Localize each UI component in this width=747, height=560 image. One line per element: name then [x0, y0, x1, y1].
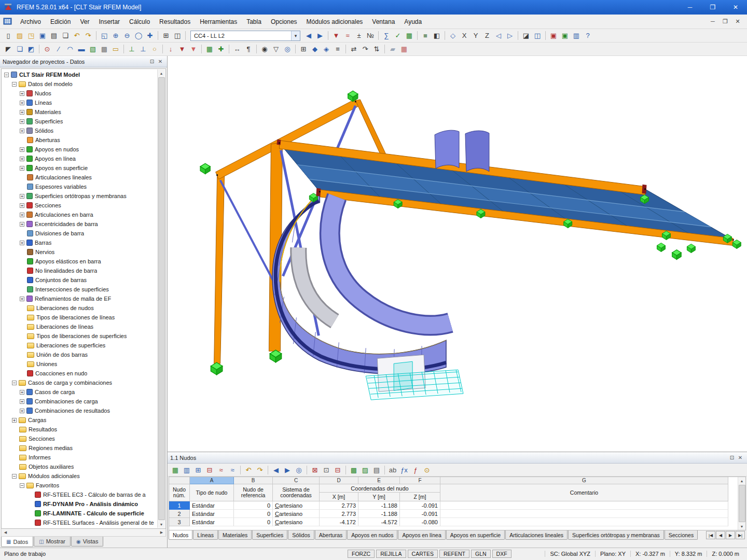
new-member-load-icon[interactable]: ▼: [176, 44, 188, 54]
coord-y-cell[interactable]: -4.572: [358, 518, 400, 526]
mdi-restore-button[interactable]: ❐: [719, 18, 731, 25]
menu-opciones[interactable]: Opciones: [266, 16, 302, 27]
tree-expand-toggle[interactable]: +: [20, 409, 24, 413]
comment-cell[interactable]: [440, 510, 728, 518]
tree-expand-toggle[interactable]: +: [20, 203, 24, 208]
tree-item-materiales[interactable]: +Materiales: [3, 107, 157, 117]
node-type-cell[interactable]: Estándar: [190, 510, 234, 518]
mdi-minimize-button[interactable]: ─: [707, 18, 719, 25]
table-row[interactable]: 2Estándar0Cartesiano2.773-1.188-0.091: [169, 510, 745, 518]
zoom-window-icon[interactable]: ◱: [99, 30, 110, 41]
tree-item-módulos-adicionales[interactable]: −Módulos adicionales: [3, 471, 157, 481]
show-loads-icon[interactable]: ▼: [330, 30, 342, 41]
select-window-icon[interactable]: ❏: [14, 44, 25, 54]
tree-item-informes[interactable]: Informes: [3, 453, 157, 462]
coord-system-cell[interactable]: Cartesiano: [273, 510, 320, 518]
table-row[interactable]: 1Estándar0Cartesiano2.773-1.188-0.091: [169, 501, 745, 510]
help-icon[interactable]: ?: [582, 30, 593, 41]
rotate-icon[interactable]: ↷: [359, 44, 371, 54]
next-load-case-icon[interactable]: ▶: [314, 30, 326, 41]
open-icon[interactable]: ▨: [14, 30, 25, 41]
show-navigator-icon[interactable]: ◫: [172, 30, 183, 41]
coord-x-cell[interactable]: 2.773: [320, 510, 358, 518]
menu-tabla[interactable]: Tabla: [242, 16, 266, 27]
tree-item-no-linealidades-de-barra[interactable]: No linealidades de barra: [3, 266, 157, 275]
new-solid-icon[interactable]: ▩: [99, 44, 110, 54]
ref-node-cell[interactable]: 0: [234, 518, 273, 526]
row-number-cell[interactable]: 2: [169, 510, 190, 518]
scroll-right-icon[interactable]: ▶: [158, 529, 165, 536]
sync-selection-icon[interactable]: ◎: [293, 465, 305, 475]
mirror-icon[interactable]: ⇅: [371, 44, 382, 54]
comment-cell[interactable]: [440, 501, 728, 510]
tree-item-clt-stair-rfem-model[interactable]: −CLT Stair RFEM Model: [3, 70, 157, 79]
menu-cálculo[interactable]: Cálculo: [125, 16, 155, 27]
visibility-by-window-icon[interactable]: ◉: [259, 44, 270, 54]
next-view-icon[interactable]: ▷: [504, 30, 516, 41]
tree-item-unión-de-dos-barras[interactable]: Unión de dos barras: [3, 350, 157, 359]
display-properties-icon[interactable]: ◧: [431, 30, 442, 41]
tree-item-objetos-auxiliares[interactable]: Objetos auxiliares: [3, 462, 157, 471]
work-plane-icon[interactable]: ⊞: [298, 44, 309, 54]
close-icon[interactable]: ✕: [736, 455, 744, 460]
jump-next-icon[interactable]: ▶: [282, 465, 293, 475]
table-edit-mode-icon[interactable]: ▦: [170, 465, 181, 475]
tree-item-intersecciones-de-superficies[interactable]: Intersecciones de superficies: [3, 285, 157, 294]
tree-item-liberaciones-de-líneas[interactable]: Liberaciones de líneas: [3, 322, 157, 331]
first-table-icon[interactable]: |◀: [706, 531, 715, 539]
tree-item-rf-laminate-cálculo-de-superficie[interactable]: RF-LAMINATE - Cálculo de superficie: [3, 509, 157, 518]
new-nodal-support-icon[interactable]: ⊥: [126, 44, 137, 54]
coord-system-cell[interactable]: Cartesiano: [273, 501, 320, 510]
tree-item-cargas[interactable]: +Cargas: [3, 415, 157, 425]
tree-vertical-scrollbar[interactable]: ▲▼: [157, 69, 165, 528]
tree-item-tipos-de-liberaciones-de-líneas[interactable]: Tipos de liberaciones de líneas: [3, 313, 157, 322]
show-tables-icon[interactable]: ⊞: [160, 30, 172, 41]
calculation-icon[interactable]: ∑: [381, 30, 392, 41]
generate-mesh-icon[interactable]: ▦: [404, 30, 415, 41]
new-member-icon[interactable]: ▬: [76, 44, 87, 54]
menu-herramientas[interactable]: Herramientas: [195, 16, 242, 27]
ref-node-cell[interactable]: 0: [234, 510, 273, 518]
tree-item-uniones[interactable]: Uniones: [3, 359, 157, 369]
jump-previous-icon[interactable]: ◀: [270, 465, 282, 475]
tree-item-apoyos-en-línea[interactable]: +Apoyos en línea: [3, 154, 157, 163]
menu-resultados[interactable]: Resultados: [155, 16, 195, 27]
tree-expand-toggle[interactable]: +: [20, 147, 24, 152]
pin-icon[interactable]: ⊡: [148, 59, 156, 64]
new-line-icon[interactable]: ∕: [53, 44, 64, 54]
menu-edición[interactable]: Edición: [46, 16, 75, 27]
tree-item-secciones[interactable]: +Secciones: [3, 201, 157, 210]
table-tab-nudos[interactable]: Nudos: [169, 530, 192, 540]
tree-item-nervios[interactable]: Nervios: [3, 247, 157, 257]
table-row[interactable]: 3Estándar0Cartesiano-4.172-4.572-0.080: [169, 518, 745, 526]
open-project-icon[interactable]: ◳: [25, 30, 37, 41]
check-data-icon[interactable]: ✓: [392, 30, 404, 41]
tree-expand-toggle[interactable]: −: [20, 483, 24, 488]
status-button-dxf[interactable]: DXF: [492, 550, 511, 558]
tree-item-aberturas[interactable]: Aberturas: [3, 135, 157, 145]
scroll-up-icon[interactable]: ▲: [738, 477, 746, 484]
comment-cell[interactable]: [440, 518, 728, 526]
export-excel-icon[interactable]: ▩: [348, 465, 359, 475]
filter-diagram-icon[interactable]: ≈: [227, 465, 238, 475]
redo-icon[interactable]: ↷: [254, 465, 266, 475]
node-type-cell[interactable]: Estándar: [190, 501, 234, 510]
formula-fx-icon[interactable]: ƒx: [398, 465, 410, 475]
tree-item-articulaciones-lineales[interactable]: Articulaciones lineales: [3, 173, 157, 182]
navigator-tab-datos[interactable]: ▦Datos: [1, 537, 33, 547]
model-3d-view[interactable]: [168, 56, 747, 452]
tree-item-rf-steel-surfaces-análisis-general-de-te[interactable]: RF-STEEL Surfaces - Análisis general de …: [3, 518, 157, 527]
tree-item-regiones-medias[interactable]: Regiones medias: [3, 443, 157, 453]
redo-icon[interactable]: ↷: [82, 30, 94, 41]
move-copy-icon[interactable]: ⇄: [348, 44, 359, 54]
mdi-close-button[interactable]: ✕: [731, 18, 744, 25]
ref-node-cell[interactable]: 0: [234, 501, 273, 510]
result-diagrams-icon[interactable]: ≈: [215, 465, 227, 475]
delete-table-icon[interactable]: ⊠: [309, 465, 321, 475]
visibility-by-criteria-icon[interactable]: ▽: [270, 44, 282, 54]
render-mode-icon[interactable]: ■: [420, 30, 431, 41]
display-colors-icon[interactable]: ▦: [398, 44, 410, 54]
minimize-button[interactable]: ─: [679, 0, 701, 15]
tree-item-tipos-de-liberaciones-de-superficies[interactable]: Tipos de liberaciones de superficies: [3, 331, 157, 341]
formula-edit-icon[interactable]: ƒ: [410, 465, 421, 475]
